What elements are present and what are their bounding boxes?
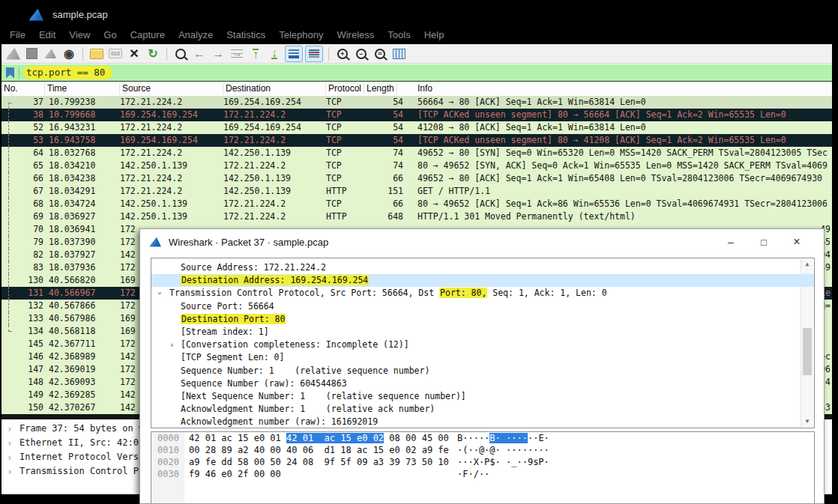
menu-telephony[interactable]: Telephony — [272, 27, 330, 43]
collapsed-arrow-icon[interactable]: › — [7, 464, 13, 479]
tree-row[interactable]: Destination Port: 80 — [151, 313, 814, 326]
collapsed-arrow-icon[interactable]: › — [7, 436, 13, 450]
hex-row[interactable]: 001000 28 89 a2 40 00 40 06 d1 18 ac 15 … — [151, 444, 814, 456]
zoom-out-icon[interactable]: − — [353, 46, 370, 61]
packet-row[interactable]: 6518.034210142.250.1.139172.21.224.2TCP7… — [1, 160, 832, 172]
packet-list-header[interactable]: No.TimeSourceDestinationProtocolLengthIn… — [1, 82, 832, 97]
colorize-icon[interactable] — [305, 46, 323, 62]
maximize-button[interactable]: □ — [747, 237, 780, 248]
menu-capture[interactable]: Capture — [124, 27, 172, 43]
tree-row[interactable]: Acknowledgment Number: 1 (relative ack n… — [151, 403, 814, 416]
packet-row[interactable]: 6918.036927142.250.1.139172.21.224.2HTTP… — [1, 210, 832, 223]
zoom-normal-icon[interactable]: = — [372, 46, 388, 61]
start-capture-icon[interactable] — [4, 46, 21, 61]
toolbar-separator — [166, 47, 167, 61]
find-packet-icon[interactable] — [172, 46, 189, 61]
display-filter-input[interactable]: tcp.port == 80 — [23, 66, 112, 79]
go-forward-icon[interactable]: → — [210, 46, 226, 61]
hex-offset: 0020 — [157, 456, 179, 468]
main-toolbar: ◉✕↻←→→↑↓+−= — [1, 44, 832, 64]
menu-go[interactable]: Go — [97, 27, 123, 43]
tree-row[interactable]: Sequence Number: 1 (relative sequence nu… — [151, 365, 814, 377]
packet-row[interactable]: 6818.034724142.250.1.139172.21.224.2TCP6… — [1, 198, 832, 210]
menu-edit[interactable]: Edit — [32, 27, 62, 43]
close-button[interactable]: × — [780, 235, 813, 249]
packet-row[interactable]: 6718.034291172.21.224.2142.250.1.139HTTP… — [1, 185, 832, 198]
column-header-length[interactable]: Length — [364, 83, 397, 94]
tree-row[interactable]: Sequence Number (raw): 604544863 — [151, 377, 814, 390]
collapsed-arrow-icon[interactable]: › — [7, 422, 13, 436]
dialog-title: Wireshark · Packet 37 · sample.pcap — [169, 237, 714, 248]
menu-file[interactable]: File — [3, 27, 32, 43]
menu-tools[interactable]: Tools — [381, 27, 417, 43]
column-header-no[interactable]: No. — [1, 83, 45, 94]
packet-row[interactable]: 6618.034238172.21.224.2142.250.1.139TCP6… — [1, 172, 832, 185]
yellow-highlight: Port: 80, — [439, 288, 487, 298]
menu-view[interactable]: View — [62, 27, 97, 43]
minimize-button[interactable]: – — [714, 236, 747, 248]
stop-capture-icon[interactable] — [23, 46, 40, 61]
tree-row[interactable]: Transmission Control Protocol, Src Port:… — [151, 287, 814, 300]
column-header-destination[interactable]: Destination — [223, 83, 326, 94]
hex-dump-pane[interactable]: 000042 01 ac 15 e0 01 42 01 ac 15 e0 02 … — [151, 431, 815, 504]
toolbar-separator — [82, 47, 83, 61]
wireshark-logo-icon — [28, 9, 43, 21]
toolbar-separator — [328, 47, 329, 61]
column-header-info[interactable]: Info — [397, 83, 832, 94]
tree-row[interactable]: [Stream index: 1] — [151, 326, 814, 338]
tree-row[interactable]: Destination Address: 169.254.169.254 — [151, 274, 814, 287]
resize-columns-icon[interactable] — [391, 46, 407, 61]
dialog-detail-tree[interactable]: ▲ ▼ Source Address: 172.21.224.2Destinat… — [151, 258, 815, 428]
capture-options-icon[interactable]: ◉ — [61, 46, 77, 61]
tree-row[interactable]: [Conversation completeness: Incomplete (… — [151, 338, 814, 351]
tree-row[interactable]: Source Port: 56664 — [151, 300, 814, 313]
hex-row[interactable]: 0020a9 fe dd 58 00 50 24 08 9f 5f 09 a3 … — [151, 456, 814, 468]
close-capture-icon[interactable]: ✕ — [126, 46, 142, 61]
packet-row[interactable]: 3710.799238172.21.224.2169.254.169.254TC… — [1, 96, 832, 109]
packet-row[interactable]: 5216.943231172.21.224.2169.254.169.254TC… — [1, 121, 832, 134]
collapsed-arrow-icon[interactable]: › — [169, 338, 175, 351]
menu-bar: FileEditViewGoCaptureAnalyzeStatisticsTe… — [3, 25, 832, 44]
packet-row[interactable]: 6418.032768172.21.224.2142.250.1.139TCP7… — [1, 147, 832, 160]
go-back-icon[interactable]: ← — [191, 46, 208, 61]
column-header-source[interactable]: Source — [120, 83, 223, 94]
selected-ascii: B· ···· — [489, 433, 528, 443]
filter-separator — [19, 67, 19, 79]
tree-row[interactable]: Source Address: 172.21.224.2 — [151, 261, 814, 274]
column-header-protocol[interactable]: Protocol — [326, 83, 364, 94]
dialog-titlebar[interactable]: Wireshark · Packet 37 · sample.pcap – □ … — [140, 229, 824, 255]
menu-statistics[interactable]: Statistics — [220, 27, 272, 43]
reload-capture-icon[interactable]: ↻ — [145, 46, 161, 61]
zoom-in-icon[interactable]: + — [334, 46, 351, 61]
tree-row[interactable]: [Next Sequence Number: 1 (relative seque… — [151, 390, 814, 403]
packet-row[interactable]: 3810.799668169.254.169.254172.21.224.2TC… — [1, 109, 832, 121]
expanded-arrow-icon[interactable]: › — [154, 291, 166, 297]
open-capture-icon[interactable] — [88, 46, 105, 61]
packet-row[interactable]: 5316.943758169.254.169.254172.21.224.2TC… — [1, 134, 832, 147]
app-titlebar: sample.pcap — [1, 5, 832, 24]
info-fragment: 4 — [825, 376, 831, 389]
app-title: sample.pcap — [52, 9, 108, 20]
auto-scroll-icon[interactable] — [285, 46, 303, 62]
tree-row[interactable]: Acknowledgment number (raw): 161692019 — [151, 416, 814, 428]
menu-help[interactable]: Help — [418, 27, 451, 43]
yellow-highlight: Destination Port: 80 — [181, 314, 286, 324]
display-filter-bar[interactable]: tcp.port == 80 — [1, 64, 832, 82]
go-first-packet-icon[interactable]: ↑ — [247, 46, 264, 61]
filter-bookmark-icon[interactable] — [6, 67, 14, 79]
go-to-packet-icon[interactable]: → — [229, 46, 245, 61]
column-header-time[interactable]: Time — [45, 83, 120, 94]
tree-row[interactable]: [TCP Segment Len: 0] — [151, 351, 814, 364]
hex-offset: 0010 — [157, 444, 179, 456]
menu-analyze[interactable]: Analyze — [172, 27, 220, 43]
save-capture-icon[interactable] — [107, 46, 124, 61]
yellow-highlight: Destination Address: 169.254.169.254 — [181, 275, 369, 285]
collapsed-arrow-icon[interactable]: › — [7, 450, 13, 464]
selected-bytes: 42 01 ac 15 e0 02 — [286, 433, 384, 443]
go-last-packet-icon[interactable]: ↓ — [266, 46, 283, 61]
hex-offset: 0030 — [157, 468, 179, 480]
hex-row[interactable]: 000042 01 ac 15 e0 01 42 01 ac 15 e0 02 … — [151, 432, 814, 444]
restart-capture-icon[interactable] — [42, 46, 58, 61]
hex-row[interactable]: 0030f9 46 e0 2f 00 00·F·/·· — [151, 468, 814, 480]
menu-wireless[interactable]: Wireless — [330, 27, 381, 43]
